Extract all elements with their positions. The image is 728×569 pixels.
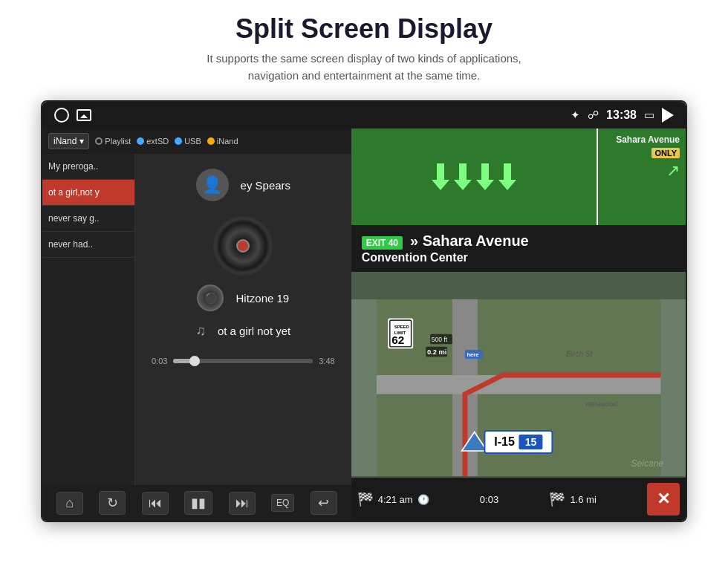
arrow-head-3 [476, 180, 494, 190]
exit-sign: EXIT 40 » Sahara Avenue Convention Cente… [351, 225, 686, 272]
artist-name: ey Spears [241, 179, 291, 192]
dropdown-icon: ▾ [79, 136, 84, 146]
progress-thumb[interactable] [189, 356, 200, 366]
status-left [54, 108, 91, 123]
arrow-shaft-4 [504, 163, 511, 180]
radio-usb-dot [175, 137, 182, 145]
source-usb[interactable]: USB [175, 137, 201, 146]
source-selector[interactable]: iNand ▾ [48, 133, 89, 149]
now-playing: 👤 ey Spears ⚫ Hitzone 19 [135, 154, 351, 485]
time-current: 0:03 [152, 357, 167, 365]
svg-text:0.2 mi: 0.2 mi [427, 348, 447, 356]
arrival-time: 4:21 am [378, 494, 413, 505]
radio-playlist-dot [95, 137, 103, 145]
play-pause-button[interactable]: ▮▮ [184, 491, 212, 515]
disc-center [236, 239, 250, 253]
music-source-bar: iNand ▾ Playlist extSD USB [42, 129, 351, 154]
distance-value: 1.6 mi [570, 494, 596, 505]
arrow-head-4 [498, 180, 516, 190]
music-body: My preroga.. ot a girl,not y never say g… [42, 154, 351, 485]
progress-area: 0:03 3:48 [143, 351, 344, 371]
back-button[interactable]: ↩ [311, 491, 337, 515]
arrow-3 [476, 163, 494, 190]
back-nav-icon [662, 108, 674, 123]
duration-stat: 0:03 [480, 494, 498, 505]
next-button[interactable]: ⏭ [229, 492, 256, 515]
playlist-item-3[interactable]: never had.. [42, 232, 134, 258]
arrival-time-stat: 🏁 4:21 am 🕐 [357, 491, 429, 507]
page-title: Split Screen Display [0, 13, 728, 45]
interstate-road-label: I-15 [494, 435, 515, 449]
prev-button[interactable]: ⏮ [142, 492, 169, 515]
music-panel: iNand ▾ Playlist extSD USB [42, 129, 351, 521]
svg-text:SPEED: SPEED [394, 325, 409, 329]
device-frame: ✦ ☍ 13:38 ▭ iNand ▾ Playlist [41, 100, 687, 522]
sahara-street-text: Sahara Avenue [616, 134, 680, 145]
close-nav-button[interactable]: ✕ [647, 483, 680, 516]
album-row [213, 213, 273, 284]
source-extsd-label: extSD [146, 137, 169, 146]
source-usb-label: USB [184, 137, 201, 146]
source-extsd[interactable]: extSD [137, 137, 169, 146]
arrow-2 [454, 163, 472, 190]
playlist-sidebar: My preroga.. ot a girl,not y never say g… [42, 154, 135, 485]
only-badge: ONLY [651, 148, 680, 158]
repeat-button[interactable]: ↻ [99, 491, 126, 515]
nav-map: Sahara Avenue ONLY ↗ EXIT 40 » Sahara Av… [351, 129, 686, 521]
arrival-clock-icon: 🕐 [417, 494, 429, 505]
album-name: Hitzone 19 [235, 292, 289, 305]
svg-text:62: 62 [391, 334, 404, 346]
exit-badge: EXIT 40 [362, 236, 403, 250]
home-button[interactable]: ⌂ [56, 492, 83, 515]
up-right-arrow-icon: ↗ [666, 161, 680, 181]
flag-icon: 🏁 [549, 491, 565, 507]
exit-subtitle: Convention Center [362, 251, 675, 264]
screen-icon: ▭ [644, 108, 654, 122]
progress-bar-container: 0:03 3:48 [152, 357, 335, 365]
page-subtitle: It supports the same screen display of t… [0, 51, 728, 84]
source-options: Playlist extSD USB iNand [95, 137, 238, 146]
page-header: Split Screen Display It supports the sam… [0, 0, 728, 91]
track-artist-row: 👤 ey Spears [196, 169, 291, 201]
arrow-1 [432, 163, 449, 190]
song-name: ot a girl not yet [218, 325, 290, 337]
nav-bottom-bar: 🏁 4:21 am 🕐 0:03 🏁 1.6 mi ✕ [351, 478, 686, 521]
track-album-row: ⚫ Hitzone 19 [197, 284, 289, 311]
album-cd-icon: ⚫ [197, 284, 224, 311]
watermark: Seicane [631, 458, 663, 469]
eq-button[interactable]: EQ [271, 494, 294, 512]
source-label: iNand [53, 136, 77, 146]
arrow-shaft-3 [481, 163, 489, 180]
duration-value: 0:03 [480, 494, 498, 505]
source-playlist[interactable]: Playlist [95, 137, 131, 146]
arrow-shaft-1 [437, 163, 444, 180]
playlist-item-2[interactable]: never say g.. [42, 206, 134, 232]
arrow-shaft-2 [459, 163, 467, 180]
arrow-head-2 [454, 180, 472, 190]
arrow-4 [498, 163, 516, 190]
image-icon [77, 109, 91, 121]
playlist-item-1[interactable]: ot a girl,not y [42, 180, 134, 206]
split-screen: iNand ▾ Playlist extSD USB [42, 129, 686, 521]
progress-track[interactable] [173, 359, 313, 363]
nav-panel: Sahara Avenue ONLY ↗ EXIT 40 » Sahara Av… [351, 129, 686, 521]
status-right: ✦ ☍ 13:38 ▭ [571, 108, 674, 123]
location-icon: ☍ [588, 108, 599, 122]
bluetooth-icon: ✦ [571, 108, 580, 122]
music-note-icon: ♫ [195, 323, 206, 339]
svg-text:500 ft: 500 ft [432, 336, 448, 343]
source-inand[interactable]: iNand [207, 137, 238, 146]
playlist-item-0[interactable]: My preroga.. [42, 154, 134, 180]
svg-rect-3 [377, 375, 661, 394]
highway-arrows [432, 163, 516, 190]
arrow-head-1 [432, 180, 449, 190]
track-song-row: ♫ ot a girl not yet [195, 323, 290, 339]
source-playlist-label: Playlist [105, 137, 131, 146]
music-controls: ⌂ ↻ ⏮ ▮▮ ⏭ EQ ↩ [42, 485, 351, 521]
time-total: 3:48 [319, 357, 334, 365]
exit-destination: » Sahara Avenue [410, 233, 529, 250]
interstate-badge: I-15 15 [484, 430, 553, 454]
svg-text:Westwood: Westwood [585, 401, 617, 409]
clock-display: 13:38 [606, 108, 637, 122]
cd-icon: ⚫ [204, 292, 217, 304]
